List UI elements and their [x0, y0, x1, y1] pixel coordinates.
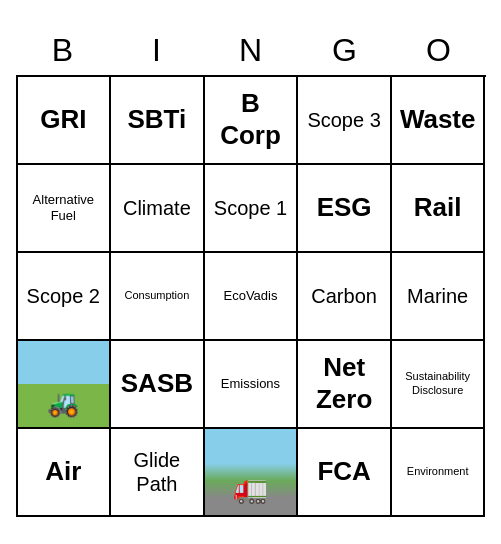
bingo-cell-r5c3 — [205, 429, 299, 517]
cell-text-r2c4: ESG — [317, 192, 372, 223]
cell-text-r3c1: Scope 2 — [27, 284, 100, 308]
cell-text-r1c2: SBTi — [128, 104, 187, 135]
cell-text-r2c3: Scope 1 — [214, 196, 287, 220]
cell-text-r5c2: Glide Path — [115, 448, 199, 496]
bingo-cell-r2c2: Climate — [111, 165, 205, 253]
cell-text-r2c1: Alternative Fuel — [22, 192, 106, 223]
cell-text-r4c2: SASB — [121, 368, 193, 399]
bingo-cell-r1c5: Waste — [392, 77, 486, 165]
bingo-cell-r3c3: EcoVadis — [205, 253, 299, 341]
cell-text-r1c4: Scope 3 — [307, 108, 380, 132]
bingo-cell-r2c3: Scope 1 — [205, 165, 299, 253]
bingo-cell-r3c1: Scope 2 — [18, 253, 112, 341]
bingo-cell-r1c3: B Corp — [205, 77, 299, 165]
bingo-cell-r2c5: Rail — [392, 165, 486, 253]
header-letter: B — [16, 32, 110, 69]
bingo-cell-r1c1: GRI — [18, 77, 112, 165]
header-letter: G — [298, 32, 392, 69]
bingo-cell-r1c4: Scope 3 — [298, 77, 392, 165]
header-letter: I — [110, 32, 204, 69]
cell-text-r5c1: Air — [45, 456, 81, 487]
bingo-cell-r2c1: Alternative Fuel — [18, 165, 112, 253]
bingo-cell-r3c2: Consumption — [111, 253, 205, 341]
bingo-cell-r4c1 — [18, 341, 112, 429]
cell-text-r1c1: GRI — [40, 104, 86, 135]
cell-text-r2c5: Rail — [414, 192, 462, 223]
header-letter: O — [392, 32, 486, 69]
header-letter: N — [204, 32, 298, 69]
bingo-cell-r5c1: Air — [18, 429, 112, 517]
bingo-cell-r4c3: Emissions — [205, 341, 299, 429]
bingo-cell-r4c5: Sustainability Disclosure — [392, 341, 486, 429]
cell-text-r5c4: FCA — [317, 456, 370, 487]
cell-text-r3c4: Carbon — [311, 284, 377, 308]
bingo-cell-r3c4: Carbon — [298, 253, 392, 341]
cell-text-r1c3: B Corp — [209, 88, 293, 150]
cell-text-r1c5: Waste — [400, 104, 476, 135]
cell-text-r4c3: Emissions — [221, 376, 280, 392]
cell-text-r4c4: Net Zero — [302, 352, 386, 414]
bingo-cell-r4c4: Net Zero — [298, 341, 392, 429]
cell-text-r4c5: Sustainability Disclosure — [396, 370, 480, 396]
bingo-header: BINGO — [16, 28, 486, 75]
cell-text-r5c5: Environment — [407, 465, 469, 478]
bingo-card: BINGO GRISBTiB CorpScope 3WasteAlternati… — [16, 28, 486, 517]
bingo-cell-r5c5: Environment — [392, 429, 486, 517]
bingo-grid: GRISBTiB CorpScope 3WasteAlternative Fue… — [16, 75, 486, 517]
bingo-cell-r5c4: FCA — [298, 429, 392, 517]
bingo-cell-r1c2: SBTi — [111, 77, 205, 165]
cell-text-r3c2: Consumption — [124, 289, 189, 302]
cell-text-r2c2: Climate — [123, 196, 191, 220]
cell-text-r3c3: EcoVadis — [224, 288, 278, 304]
bingo-cell-r4c2: SASB — [111, 341, 205, 429]
bingo-cell-r3c5: Marine — [392, 253, 486, 341]
bingo-cell-r2c4: ESG — [298, 165, 392, 253]
cell-text-r3c5: Marine — [407, 284, 468, 308]
bingo-cell-r5c2: Glide Path — [111, 429, 205, 517]
